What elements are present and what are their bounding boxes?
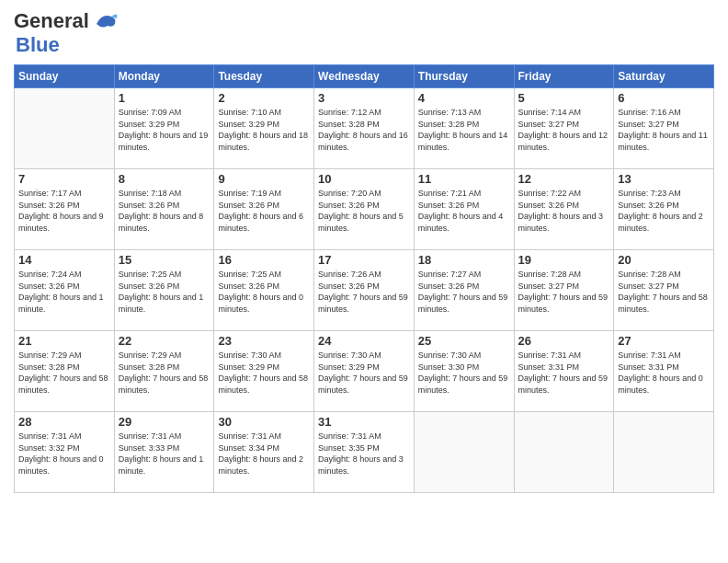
day-number: 2	[218, 91, 310, 105]
day-details: Sunrise: 7:25 AMSunset: 3:26 PMDaylight:…	[218, 269, 310, 315]
calendar-day-cell: 8Sunrise: 7:18 AMSunset: 3:26 PMDaylight…	[114, 169, 214, 250]
day-details: Sunrise: 7:18 AMSunset: 3:26 PMDaylight:…	[119, 188, 210, 234]
day-details: Sunrise: 7:26 AMSunset: 3:26 PMDaylight:…	[318, 269, 410, 315]
calendar-day-cell: 9Sunrise: 7:19 AMSunset: 3:26 PMDaylight…	[214, 169, 314, 250]
calendar-day-cell: 23Sunrise: 7:30 AMSunset: 3:29 PMDayligh…	[214, 331, 314, 412]
day-number: 15	[119, 253, 210, 267]
calendar-header-row: SundayMondayTuesdayWednesdayThursdayFrid…	[15, 65, 714, 88]
calendar-day-cell: 20Sunrise: 7:28 AMSunset: 3:27 PMDayligh…	[614, 250, 714, 331]
calendar-day-cell	[614, 412, 714, 493]
calendar-week-row: 28Sunrise: 7:31 AMSunset: 3:32 PMDayligh…	[15, 412, 714, 493]
day-number: 18	[418, 253, 510, 267]
day-number: 13	[618, 172, 710, 186]
day-details: Sunrise: 7:31 AMSunset: 3:31 PMDaylight:…	[618, 350, 710, 396]
day-details: Sunrise: 7:14 AMSunset: 3:27 PMDaylight:…	[518, 107, 610, 153]
day-number: 30	[218, 415, 310, 429]
calendar-day-cell: 30Sunrise: 7:31 AMSunset: 3:34 PMDayligh…	[214, 412, 314, 493]
day-details: Sunrise: 7:28 AMSunset: 3:27 PMDaylight:…	[618, 269, 710, 315]
calendar-day-cell: 6Sunrise: 7:16 AMSunset: 3:27 PMDaylight…	[614, 88, 714, 169]
day-number: 8	[119, 172, 210, 186]
calendar-table: SundayMondayTuesdayWednesdayThursdayFrid…	[14, 64, 714, 493]
calendar-day-header: Friday	[514, 65, 614, 88]
calendar-day-cell: 12Sunrise: 7:22 AMSunset: 3:26 PMDayligh…	[514, 169, 614, 250]
calendar-day-cell: 4Sunrise: 7:13 AMSunset: 3:28 PMDaylight…	[414, 88, 514, 169]
logo-text-blue: Blue	[16, 33, 60, 57]
day-details: Sunrise: 7:31 AMSunset: 3:35 PMDaylight:…	[318, 431, 410, 477]
day-number: 14	[18, 253, 110, 267]
day-details: Sunrise: 7:31 AMSunset: 3:33 PMDaylight:…	[119, 431, 210, 477]
day-number: 27	[618, 334, 710, 348]
day-details: Sunrise: 7:24 AMSunset: 3:26 PMDaylight:…	[18, 269, 110, 315]
calendar-day-header: Sunday	[15, 65, 115, 88]
day-number: 12	[518, 172, 610, 186]
day-details: Sunrise: 7:22 AMSunset: 3:26 PMDaylight:…	[518, 188, 610, 234]
calendar-day-cell: 27Sunrise: 7:31 AMSunset: 3:31 PMDayligh…	[614, 331, 714, 412]
calendar-day-cell: 16Sunrise: 7:25 AMSunset: 3:26 PMDayligh…	[214, 250, 314, 331]
day-details: Sunrise: 7:17 AMSunset: 3:26 PMDaylight:…	[18, 188, 110, 234]
day-details: Sunrise: 7:31 AMSunset: 3:34 PMDaylight:…	[218, 431, 310, 477]
calendar-day-cell: 7Sunrise: 7:17 AMSunset: 3:26 PMDaylight…	[15, 169, 115, 250]
day-number: 16	[218, 253, 310, 267]
calendar-week-row: 1Sunrise: 7:09 AMSunset: 3:29 PMDaylight…	[15, 88, 714, 169]
calendar-day-cell: 17Sunrise: 7:26 AMSunset: 3:26 PMDayligh…	[314, 250, 415, 331]
calendar-day-cell: 25Sunrise: 7:30 AMSunset: 3:30 PMDayligh…	[414, 331, 514, 412]
day-details: Sunrise: 7:19 AMSunset: 3:26 PMDaylight:…	[218, 188, 310, 234]
day-details: Sunrise: 7:12 AMSunset: 3:28 PMDaylight:…	[318, 107, 410, 153]
day-details: Sunrise: 7:23 AMSunset: 3:26 PMDaylight:…	[618, 188, 710, 234]
day-number: 17	[318, 253, 410, 267]
calendar-day-cell: 26Sunrise: 7:31 AMSunset: 3:31 PMDayligh…	[514, 331, 614, 412]
calendar-week-row: 21Sunrise: 7:29 AMSunset: 3:28 PMDayligh…	[15, 331, 714, 412]
day-details: Sunrise: 7:09 AMSunset: 3:29 PMDaylight:…	[119, 107, 210, 153]
calendar-day-cell: 22Sunrise: 7:29 AMSunset: 3:28 PMDayligh…	[114, 331, 214, 412]
calendar-day-header: Saturday	[614, 65, 714, 88]
day-number: 28	[18, 415, 110, 429]
calendar-day-cell: 31Sunrise: 7:31 AMSunset: 3:35 PMDayligh…	[314, 412, 415, 493]
calendar-day-cell: 15Sunrise: 7:25 AMSunset: 3:26 PMDayligh…	[114, 250, 214, 331]
day-number: 5	[518, 91, 610, 105]
calendar-day-cell: 11Sunrise: 7:21 AMSunset: 3:26 PMDayligh…	[414, 169, 514, 250]
day-number: 1	[119, 91, 210, 105]
day-details: Sunrise: 7:30 AMSunset: 3:29 PMDaylight:…	[318, 350, 410, 396]
day-number: 19	[518, 253, 610, 267]
day-number: 26	[518, 334, 610, 348]
calendar-day-header: Tuesday	[214, 65, 314, 88]
calendar-day-cell: 28Sunrise: 7:31 AMSunset: 3:32 PMDayligh…	[15, 412, 115, 493]
day-details: Sunrise: 7:25 AMSunset: 3:26 PMDaylight:…	[119, 269, 210, 315]
day-details: Sunrise: 7:28 AMSunset: 3:27 PMDaylight:…	[518, 269, 610, 315]
header: General Blue	[14, 9, 714, 57]
day-details: Sunrise: 7:30 AMSunset: 3:30 PMDaylight:…	[418, 350, 510, 396]
calendar-day-cell	[15, 88, 115, 169]
day-number: 21	[18, 334, 110, 348]
day-number: 31	[318, 415, 410, 429]
calendar-day-header: Monday	[114, 65, 214, 88]
day-number: 24	[318, 334, 410, 348]
calendar-day-cell: 13Sunrise: 7:23 AMSunset: 3:26 PMDayligh…	[614, 169, 714, 250]
calendar-day-cell	[414, 412, 514, 493]
logo-bird-icon	[93, 11, 119, 31]
day-number: 3	[318, 91, 410, 105]
calendar-day-cell: 14Sunrise: 7:24 AMSunset: 3:26 PMDayligh…	[15, 250, 115, 331]
calendar-day-cell: 3Sunrise: 7:12 AMSunset: 3:28 PMDaylight…	[314, 88, 415, 169]
logo: General Blue	[14, 9, 119, 57]
calendar-day-header: Wednesday	[314, 65, 415, 88]
day-number: 22	[119, 334, 210, 348]
day-details: Sunrise: 7:16 AMSunset: 3:27 PMDaylight:…	[618, 107, 710, 153]
calendar-day-cell: 2Sunrise: 7:10 AMSunset: 3:29 PMDaylight…	[214, 88, 314, 169]
logo-text-general: General	[14, 9, 89, 33]
day-details: Sunrise: 7:21 AMSunset: 3:26 PMDaylight:…	[418, 188, 510, 234]
calendar-day-cell	[514, 412, 614, 493]
day-details: Sunrise: 7:31 AMSunset: 3:31 PMDaylight:…	[518, 350, 610, 396]
calendar-day-cell: 24Sunrise: 7:30 AMSunset: 3:29 PMDayligh…	[314, 331, 415, 412]
calendar-week-row: 7Sunrise: 7:17 AMSunset: 3:26 PMDaylight…	[15, 169, 714, 250]
day-details: Sunrise: 7:27 AMSunset: 3:26 PMDaylight:…	[418, 269, 510, 315]
day-details: Sunrise: 7:29 AMSunset: 3:28 PMDaylight:…	[18, 350, 110, 396]
day-number: 25	[418, 334, 510, 348]
calendar-day-cell: 21Sunrise: 7:29 AMSunset: 3:28 PMDayligh…	[15, 331, 115, 412]
day-number: 23	[218, 334, 310, 348]
day-number: 20	[618, 253, 710, 267]
calendar-day-cell: 10Sunrise: 7:20 AMSunset: 3:26 PMDayligh…	[314, 169, 415, 250]
day-details: Sunrise: 7:13 AMSunset: 3:28 PMDaylight:…	[418, 107, 510, 153]
day-number: 11	[418, 172, 510, 186]
calendar-day-header: Thursday	[414, 65, 514, 88]
day-number: 9	[218, 172, 310, 186]
